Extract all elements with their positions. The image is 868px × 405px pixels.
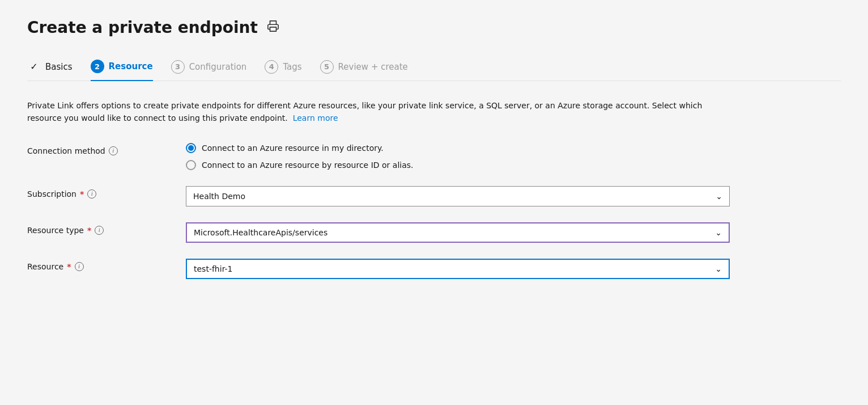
- page-title: Create a private endpoint: [27, 18, 258, 37]
- resource-type-info-icon[interactable]: i: [95, 226, 104, 235]
- resource-required: *: [67, 262, 71, 271]
- resource-info-icon[interactable]: i: [75, 262, 84, 271]
- connection-method-label: Connection method i: [27, 146, 186, 155]
- step-configuration-badge: 3: [171, 60, 185, 74]
- step-resource-badge: 2: [91, 60, 104, 73]
- subscription-label: Subscription * i: [27, 189, 186, 199]
- radio-directory-circle: [186, 143, 196, 153]
- connection-method-options: Connect to an Azure resource in my direc…: [186, 143, 820, 170]
- resource-row: Resource * i test-fhir-1 ⌄: [27, 259, 820, 279]
- step-review-badge: 5: [320, 60, 334, 74]
- subscription-chevron: ⌄: [716, 192, 722, 201]
- step-tags[interactable]: 4 Tags: [265, 60, 301, 81]
- resource-type-value: Microsoft.HealthcareApis/services: [194, 228, 327, 237]
- step-tags-badge: 4: [265, 60, 278, 74]
- resource-type-control: Microsoft.HealthcareApis/services ⌄: [186, 222, 820, 243]
- learn-more-link[interactable]: Learn more: [293, 113, 338, 123]
- connection-method-row: Connection method i Connect to an Azure …: [27, 143, 820, 170]
- step-configuration-label: Configuration: [189, 62, 247, 72]
- resource-type-required: *: [87, 226, 91, 235]
- step-basics-label: Basics: [45, 62, 73, 72]
- step-resource-label: Resource: [109, 61, 153, 71]
- radio-alias-circle: [186, 160, 196, 170]
- connection-method-label-col: Connection method i: [27, 143, 186, 155]
- page-header: Create a private endpoint: [27, 18, 841, 37]
- subscription-control: Health Demo ⌄: [186, 186, 820, 206]
- connection-method-info-icon[interactable]: i: [109, 146, 118, 155]
- resource-label-col: Resource * i: [27, 259, 186, 271]
- resource-type-label: Resource type * i: [27, 226, 186, 235]
- radio-group: Connect to an Azure resource in my direc…: [186, 143, 820, 170]
- subscription-info-icon[interactable]: i: [87, 189, 96, 199]
- subscription-value: Health Demo: [193, 192, 245, 201]
- form-section: Connection method i Connect to an Azure …: [27, 143, 820, 279]
- subscription-label-col: Subscription * i: [27, 186, 186, 199]
- description-text: Private Link offers options to create pr…: [27, 99, 707, 125]
- resource-type-label-col: Resource type * i: [27, 222, 186, 235]
- resource-label: Resource * i: [27, 262, 186, 271]
- step-basics[interactable]: ✓ Basics: [27, 60, 73, 81]
- resource-value: test-fhir-1: [194, 264, 232, 273]
- resource-type-row: Resource type * i Microsoft.HealthcareAp…: [27, 222, 820, 243]
- print-icon[interactable]: [267, 20, 279, 35]
- resource-control: test-fhir-1 ⌄: [186, 259, 820, 279]
- step-basics-badge: ✓: [27, 60, 41, 74]
- subscription-select[interactable]: Health Demo ⌄: [186, 186, 730, 206]
- radio-directory[interactable]: Connect to an Azure resource in my direc…: [186, 143, 820, 153]
- step-resource[interactable]: 2 Resource: [91, 60, 153, 81]
- resource-type-select[interactable]: Microsoft.HealthcareApis/services ⌄: [186, 222, 730, 243]
- step-review[interactable]: 5 Review + create: [320, 60, 408, 81]
- subscription-row: Subscription * i Health Demo ⌄: [27, 186, 820, 206]
- step-review-label: Review + create: [338, 62, 408, 72]
- radio-alias[interactable]: Connect to an Azure resource by resource…: [186, 160, 820, 170]
- svg-rect-0: [270, 27, 276, 31]
- resource-select[interactable]: test-fhir-1 ⌄: [186, 259, 730, 279]
- step-tags-label: Tags: [283, 62, 301, 72]
- step-configuration[interactable]: 3 Configuration: [171, 60, 247, 81]
- wizard-steps: ✓ Basics 2 Resource 3 Configuration 4 Ta…: [27, 60, 841, 81]
- resource-type-chevron: ⌄: [715, 228, 722, 237]
- subscription-required: *: [80, 189, 84, 199]
- resource-chevron: ⌄: [715, 264, 722, 273]
